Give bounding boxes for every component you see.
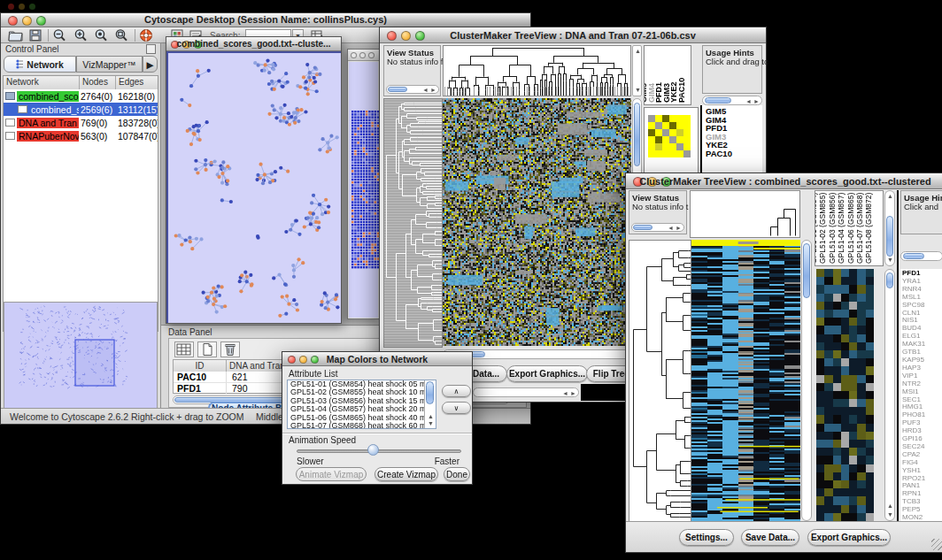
settings-button[interactable]: Settings... [679,529,734,546]
gene-label[interactable]: HRD3 [902,427,942,435]
scroll-up-arrow[interactable]: ▲ [887,502,893,510]
gene-label[interactable]: PUF3 [902,419,942,427]
zoom-heatmap-cell[interactable] [648,115,655,122]
animation-speed-slider-thumb[interactable] [367,444,379,456]
zoom-heatmap-cell[interactable] [683,129,691,136]
zoom-heatmap-cell[interactable] [655,143,662,150]
scroll-thumb[interactable] [426,381,434,404]
zoom-heatmap-cell[interactable] [669,122,676,129]
zoom-heatmap-cell[interactable] [648,143,655,150]
gene-label[interactable]: MAK31 [902,341,942,349]
zoom-heatmap-cell[interactable] [662,122,669,129]
zoom-heatmap-cell[interactable] [683,122,691,129]
scroll-left-arrow[interactable]: ◄ [562,390,568,397]
save-data-button[interactable]: Save Data... [741,529,799,546]
scroll-down-arrow[interactable]: ▼ [635,87,641,94]
move-up-button[interactable]: ∧ [442,385,471,397]
main-titlebar[interactable]: Cytoscape Desktop (Session Name: collins… [1,13,530,27]
zoom-heatmap-cell[interactable] [669,136,676,143]
zoom-heatmap-cell[interactable] [669,150,676,157]
zoom-heatmap-cell[interactable] [662,115,669,122]
gene-list-scrollbar[interactable]: ▲ ▼ [884,269,895,521]
row-label[interactable]: PAC10 [706,150,762,158]
create-vizmap-button[interactable]: Create Vizmap [374,467,438,481]
zoom-heatmap-cell[interactable] [662,136,669,143]
zoom-in-icon[interactable] [73,28,91,44]
zoom-heatmap-cell[interactable] [669,129,676,136]
delete-attribute-icon[interactable] [220,341,240,357]
scroll-right-arrow[interactable]: ► [430,87,436,94]
scroll-up-arrow[interactable]: ▲ [635,48,641,55]
gene-label[interactable]: GPI16 [902,435,942,443]
scroll-down-arrow[interactable]: ▼ [887,257,893,264]
scroll-thumb[interactable] [886,272,893,288]
animate-vizmap-button[interactable]: Animate Vizmap [296,467,367,481]
column-label[interactable]: GPL51-07 (GSM868) [855,193,864,264]
zoom-heatmap-cell[interactable] [676,150,683,157]
zoom-heatmap-cell[interactable] [683,136,691,143]
gene-label[interactable]: YSH1 [902,467,942,475]
column-label[interactable]: GPL51-03 (GSM856) [828,193,837,264]
gene-label[interactable]: GTB1 [902,349,942,357]
zoom-heatmap-cell[interactable] [669,115,676,122]
gene-label[interactable]: MON2 [902,514,942,521]
heatmap-vscrollbar[interactable] [801,240,812,521]
zoom-heatmap-cell[interactable] [683,143,691,150]
gene-label[interactable]: PFD1 [902,270,942,278]
gene-label[interactable]: CPA2 [902,451,942,459]
scroll-thumb[interactable] [803,243,810,298]
zoom-heatmap-cell[interactable] [648,129,655,136]
usage-hints-scrollbar[interactable]: ◄ ► [702,96,762,105]
gene-label[interactable]: TCB3 [902,498,942,506]
network-table-row[interactable]: combined_scores2764(0)16218(0) [4,89,158,103]
scroll-thumb[interactable] [634,103,640,166]
column-label[interactable]: GPL51-08 (GSM872) [864,193,873,264]
float-panel-icon[interactable] [146,44,156,54]
zoom-heatmap-cell[interactable] [655,115,662,122]
resize-grip[interactable] [931,539,942,550]
gene-label[interactable]: HAP3 [902,364,942,372]
dialog-titlebar[interactable]: Map Colors to Network [282,352,472,366]
zoom-heatmap-cell[interactable] [655,122,662,129]
zoom-heatmap-cell[interactable] [648,122,655,129]
network-window-background[interactable] [347,49,380,319]
gene-label[interactable]: FIG4 [902,459,942,467]
network-table-row[interactable]: DNA and Tran 07769(0)183728(0) [4,116,158,129]
dendrogram-vscrollbar[interactable]: ▲ ▼ [632,45,642,96]
tab-vizmapper[interactable]: VizMapper™ [76,56,143,73]
scroll-down-arrow[interactable]: ▼ [887,511,893,518]
global-heatmap-canvas[interactable] [443,98,631,346]
zoom-heatmap-cell[interactable] [655,150,662,157]
gene-label[interactable]: RNR4 [902,286,942,294]
scroll-left-arrow[interactable]: ◄ [422,87,429,94]
attribute-table-icon[interactable] [174,341,194,357]
column-dendrogram-canvas[interactable] [691,191,799,237]
network-table-row[interactable]: combined_sco2569(6)13112(15) [4,103,158,116]
gene-label[interactable]: PEP5 [902,506,942,514]
help-lifesaver-icon[interactable] [139,28,157,44]
birdseye-minimap[interactable] [4,302,158,409]
inactive-zoom-button[interactable] [368,52,374,58]
scroll-left-arrow[interactable]: ◄ [745,98,752,105]
move-down-button[interactable]: ∨ [442,402,471,414]
scroll-left-arrow[interactable]: ◄ [668,225,674,232]
treeview-combined-titlebar[interactable]: ClusterMaker TreeView : combined_scores_… [626,173,942,189]
gene-label[interactable]: MSI1 [902,388,942,396]
zoom-heatmap-cell[interactable] [669,143,676,150]
zoom-out-icon[interactable] [52,28,70,44]
usage-hints-scrollbar[interactable] [900,251,942,261]
scroll-up-arrow[interactable]: ▲ [428,413,434,420]
scroll-right-arrow[interactable]: ► [676,225,682,232]
attribute-list-item[interactable]: GPL51-07 (GSM868) heat shock 60 min [289,422,423,429]
view-status-scrollbar[interactable]: ◄ ► [386,85,439,94]
scroll-thumb[interactable] [388,87,407,92]
zoom-heatmap-cell[interactable] [662,129,669,136]
animation-speed-slider-track[interactable] [297,449,461,453]
zoom-selected-icon[interactable] [94,28,112,44]
export-graphics-button[interactable]: Export Graphics... [807,529,891,546]
col-nodes[interactable]: Nodes [80,76,116,89]
scroll-right-arrow[interactable]: ► [753,98,760,105]
attr-col-id[interactable]: ID [174,360,227,372]
zoom-heatmap-cell[interactable] [662,143,669,150]
dense-network-grid-canvas[interactable] [351,111,379,272]
